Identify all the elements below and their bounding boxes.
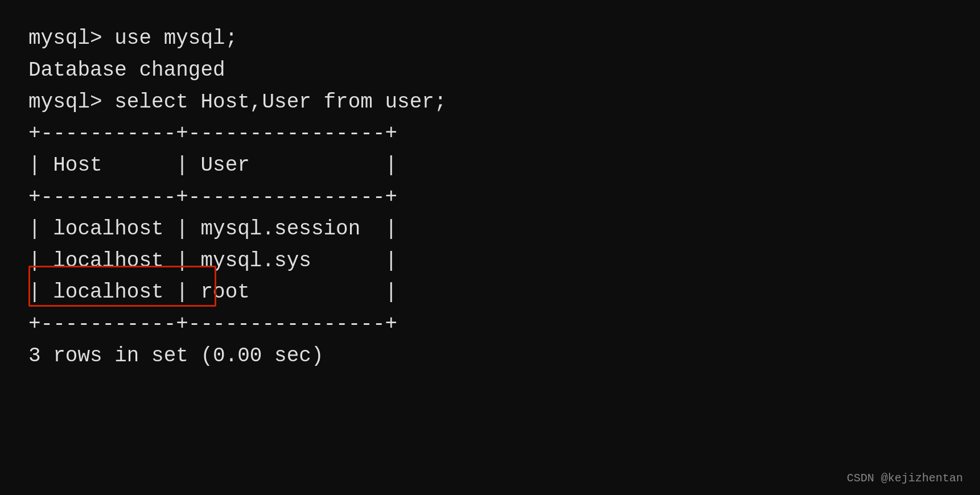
command-use-mysql: mysql> use mysql; bbox=[28, 23, 952, 55]
terminal: mysql> use mysql; Database changed mysql… bbox=[28, 23, 952, 372]
row-count: 3 rows in set (0.00 sec) bbox=[28, 340, 952, 372]
command-select: mysql> select Host,User from user; bbox=[28, 86, 952, 118]
table-row-1: | localhost | mysql.session | bbox=[28, 213, 397, 245]
table-row-3: | localhost | root | bbox=[28, 277, 397, 308]
watermark: CSDN @kejizhentan bbox=[847, 472, 963, 485]
table-row-2: | localhost | mysql.sys | bbox=[28, 245, 397, 277]
database-changed: Database changed bbox=[28, 55, 952, 86]
query-result-table: +-----------+----------------+ | Host | … bbox=[28, 118, 397, 340]
table-separator-top: +-----------+----------------+ bbox=[28, 118, 397, 150]
table-separator-bottom: +-----------+----------------+ bbox=[28, 308, 397, 340]
table-header: | Host | User | bbox=[28, 150, 397, 182]
table-separator-header: +-----------+----------------+ bbox=[28, 182, 397, 213]
